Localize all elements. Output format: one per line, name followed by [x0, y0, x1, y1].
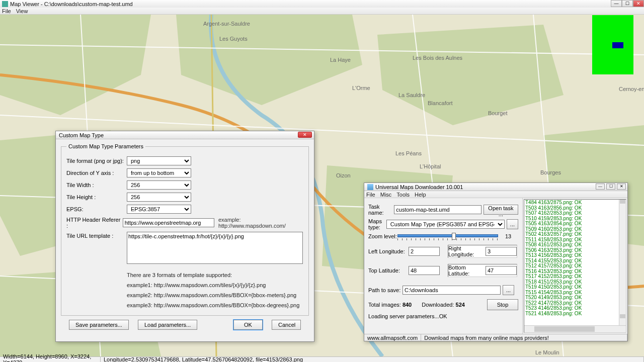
maps-type-browse-button[interactable]: ...: [507, 219, 518, 229]
dialog-titlebar[interactable]: Custom Map Type ✕: [56, 131, 314, 139]
log-line: T519 4150/2853.png: OK: [525, 285, 625, 290]
downloader-statusbar: www.allmapsoft.com Download maps from ma…: [364, 334, 627, 341]
example-2: example2: http://www.mapsdown.com/tiles/…: [127, 290, 303, 300]
tile-format-select[interactable]: png: [127, 156, 191, 165]
svg-text:Le Moulin: Le Moulin: [535, 349, 559, 355]
maps-type-label: Maps type:: [368, 218, 386, 230]
save-parameters-button[interactable]: Save parameters...: [69, 320, 129, 330]
log-line: T520 4149/2853.png: OK: [525, 295, 625, 301]
open-task-button[interactable]: Open task ...: [484, 205, 518, 215]
main-window-titlebar: Map Viewer - C:\downloads\custom-map-tes…: [0, 0, 644, 8]
downloader-menubar: File Misc Tools Help: [364, 191, 627, 198]
svg-text:Les Bois des Aulnes: Les Bois des Aulnes: [413, 55, 463, 61]
minimap[interactable]: [592, 15, 633, 74]
maps-type-select[interactable]: Custom Map Type (EPSG3857 and EPSG4326 s…: [386, 220, 505, 229]
log-line: T512 4157/2853.png: OK: [525, 263, 625, 269]
close-button[interactable]: ✕: [633, 0, 644, 7]
svg-text:La Haye: La Haye: [330, 57, 351, 63]
bottom-latitude-input[interactable]: [486, 266, 517, 275]
svg-text:Oizon: Oizon: [336, 172, 351, 178]
svg-text:Les Guyots: Les Guyots: [219, 36, 248, 42]
dialog-close-button[interactable]: ✕: [298, 132, 312, 138]
minimize-button[interactable]: —: [611, 0, 622, 7]
left-longitude-label: Left Longitude:: [368, 248, 409, 254]
app-icon: [2, 1, 8, 7]
svg-text:L'Orme: L'Orme: [352, 85, 370, 91]
left-longitude-input[interactable]: [409, 247, 440, 256]
path-browse-button[interactable]: ...: [503, 285, 514, 295]
referer-input[interactable]: [123, 218, 214, 227]
downloader-minimize-button[interactable]: —: [596, 184, 605, 190]
menu-file[interactable]: File: [2, 8, 11, 14]
y-direction-select[interactable]: from up to bottom: [127, 168, 191, 177]
downloader-menu-misc[interactable]: Misc: [380, 192, 392, 198]
svg-text:La Sauldre: La Sauldre: [398, 92, 425, 98]
right-longitude-input[interactable]: [486, 247, 517, 256]
download-log-list[interactable]: T484 4163/2875.png: OKT503 4163/2856.png…: [524, 200, 626, 317]
svg-text:Cernoy-en-Berry: Cernoy-en-Berry: [619, 86, 644, 92]
statusbar-message: Download maps from many online maps prov…: [421, 334, 627, 341]
task-name-label: Task name:: [368, 204, 394, 216]
downloader-dialog: Universal Maps Downloader 10.001 — ☐ ✕ F…: [364, 183, 628, 341]
load-parameters-button[interactable]: Load parameters...: [138, 320, 197, 330]
log-line: T507 4162/2853.png: OK: [525, 211, 625, 216]
cancel-button[interactable]: Cancel: [272, 320, 301, 330]
downloader-menu-file[interactable]: File: [366, 192, 375, 198]
tile-height-select[interactable]: 256: [127, 193, 191, 202]
status-message: Loading server parameters...OK: [368, 313, 518, 319]
top-latitude-label: Top Latitude:: [368, 267, 409, 274]
path-to-save-input[interactable]: [403, 286, 501, 295]
log-vertical-scrollbar[interactable]: [619, 200, 626, 325]
fieldset-legend: Custom Map Type Parameters: [66, 143, 145, 149]
log-line: T513 4156/2853.png: OK: [525, 253, 625, 258]
minimap-viewport-indicator: [612, 42, 623, 48]
log-line: T517 4152/2853.png: OK: [525, 274, 625, 280]
log-line: T484 4163/2875.png: OK: [525, 200, 625, 206]
tile-height-label: Tile Height :: [66, 194, 127, 200]
zoom-slider-thumb[interactable]: [452, 233, 456, 240]
ok-button[interactable]: OK: [233, 320, 263, 330]
zoom-slider[interactable]: [397, 233, 498, 240]
example-3: example3: http://www.mapsdown.com/tiles/…: [127, 300, 303, 310]
downloader-menu-tools[interactable]: Tools: [396, 192, 410, 198]
svg-text:L'Hôpital: L'Hôpital: [420, 163, 441, 169]
dialog-title: Custom Map Type: [59, 132, 104, 138]
menu-view[interactable]: View: [16, 8, 28, 14]
downloader-titlebar[interactable]: Universal Maps Downloader 10.001 — ☐ ✕: [364, 183, 627, 191]
tile-width-select[interactable]: 256: [127, 180, 191, 190]
referer-label: HTTP Header Referer :: [66, 217, 123, 229]
tile-format-label: Tile format (png or jpg):: [66, 158, 127, 164]
maximize-button[interactable]: ☐: [622, 0, 633, 7]
url-template-textarea[interactable]: https://tile-c.openstreetmap.fr/hot/{z}/…: [127, 232, 303, 264]
top-latitude-input[interactable]: [409, 266, 440, 275]
downloader-close-button[interactable]: ✕: [617, 184, 626, 190]
svg-text:Argent-sur-Sauldre: Argent-sur-Sauldre: [203, 21, 250, 27]
custom-map-type-dialog: Custom Map Type ✕ Custom Map Type Parame…: [55, 131, 314, 342]
zoom-value: 13: [505, 233, 511, 239]
task-name-input[interactable]: [394, 205, 481, 214]
epsg-select[interactable]: EPSG:3857: [127, 205, 191, 214]
log-horizontal-scrollbar[interactable]: [524, 325, 626, 332]
path-to-save-label: Path to save:: [368, 287, 403, 293]
stop-button[interactable]: Stop: [487, 299, 518, 310]
main-statusbar: Width=6144, Height=8960, X=3224, Y=4270 …: [0, 356, 644, 362]
log-line: T505 4163/2854.png: OK: [525, 221, 625, 227]
svg-text:Bourges: Bourges: [540, 169, 561, 175]
statusbar-url: www.allmapsoft.com: [364, 334, 421, 341]
notes-intro: There are 3 formats of template supporte…: [127, 270, 303, 280]
log-line: T523 4146/2853.png: OK: [525, 306, 625, 311]
template-notes: There are 3 formats of template supporte…: [127, 270, 303, 310]
downloader-maximize-button[interactable]: ☐: [606, 184, 615, 190]
url-template-label: Tile URL template :: [66, 232, 127, 239]
status-dimensions: Width=6144, Height=8960, X=3224, Y=4270: [0, 357, 101, 362]
example-1: example1: http://www.mapsdown.com/tiles/…: [127, 280, 303, 290]
log-line: T521 4148/2853.png: OK: [525, 311, 625, 317]
total-images-label: Total images: 840: [368, 302, 412, 308]
downloader-menu-help[interactable]: Help: [415, 192, 426, 198]
downloaded-label: Downloaded: 524: [422, 302, 465, 308]
downloader-title: Universal Maps Downloader 10.001: [375, 184, 463, 190]
log-line: T508 4161/2853.png: OK: [525, 242, 625, 248]
download-log-panel: T484 4163/2875.png: OKT503 4163/2856.png…: [524, 199, 626, 333]
window-title: Map Viewer - C:\downloads\custom-map-tes…: [10, 1, 642, 7]
zoom-level-label: Zoom level:: [368, 233, 397, 239]
